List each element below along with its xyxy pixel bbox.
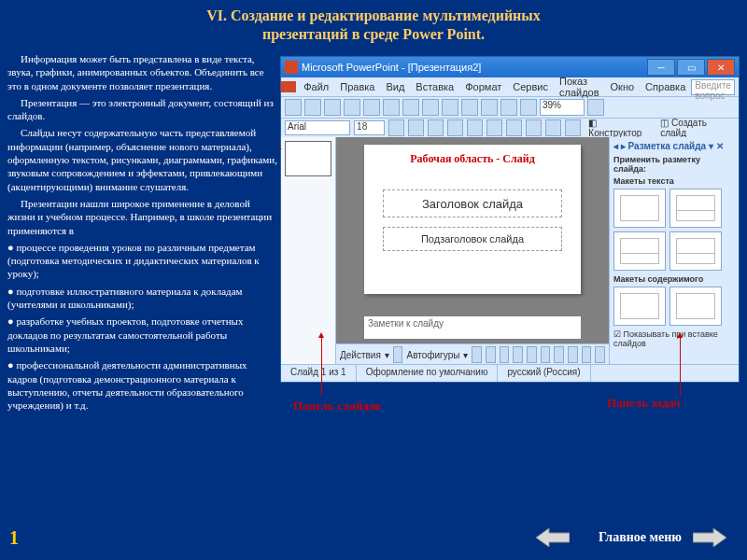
fillcolor-icon[interactable] xyxy=(568,346,578,363)
statusbar: Слайд 1 из 1 Оформление по умолчанию рус… xyxy=(281,364,739,382)
autoshapes-menu[interactable]: Автофигуры xyxy=(406,350,459,360)
undo-icon[interactable] xyxy=(461,99,478,116)
italic-icon[interactable] xyxy=(408,119,424,136)
decrease-font-icon[interactable] xyxy=(565,119,581,136)
subtitle-placeholder[interactable]: Подзаголовок слайда xyxy=(383,227,562,251)
chart-icon[interactable] xyxy=(500,99,517,116)
menu-tools[interactable]: Сервис xyxy=(507,81,554,92)
redo-icon[interactable] xyxy=(481,99,498,116)
align-right-icon[interactable] xyxy=(506,119,522,136)
status-slide-count: Слайд 1 из 1 xyxy=(281,365,357,382)
layout-content-2[interactable] xyxy=(669,287,722,326)
shadow-icon[interactable] xyxy=(447,119,463,136)
menu-slideshow[interactable]: Показ слайдов xyxy=(554,76,605,98)
close-button[interactable]: ✕ xyxy=(707,59,735,76)
app-icon-small xyxy=(281,81,296,92)
oval-icon[interactable] xyxy=(513,346,523,363)
layout-section-content: Макеты содержимого xyxy=(613,274,735,284)
layout-two-col[interactable] xyxy=(669,231,722,271)
status-language: русский (Россия) xyxy=(498,365,590,382)
select-icon[interactable] xyxy=(393,346,403,363)
minimize-button[interactable]: ─ xyxy=(647,59,675,76)
prev-button[interactable] xyxy=(536,528,570,547)
powerpoint-window: Microsoft PowerPoint - [Презентация2] ─ … xyxy=(280,56,740,383)
increase-font-icon[interactable] xyxy=(545,119,561,136)
svg-marker-1 xyxy=(693,528,726,547)
menu-view[interactable]: Вид xyxy=(380,81,410,92)
taskpane-title: ◂ ▸ Разметка слайда ▾ ✕ xyxy=(613,141,735,151)
para: Слайды несут содержательную часть предст… xyxy=(7,126,278,192)
copy-icon[interactable] xyxy=(422,99,439,116)
title-placeholder[interactable]: Заголовок слайда xyxy=(383,189,562,217)
taskpane-apply-label: Применить разметку слайда: xyxy=(613,155,735,174)
font-select[interactable]: Arial xyxy=(285,120,350,135)
layout-blank[interactable] xyxy=(613,189,666,228)
next-button[interactable] xyxy=(693,528,726,547)
underline-icon[interactable] xyxy=(428,119,444,136)
formatting-toolbar: Arial 18 ◧ Конструктор ◫ Создать слайд xyxy=(281,119,739,138)
table-icon[interactable] xyxy=(520,99,537,116)
menu-help[interactable]: Справка xyxy=(640,81,691,92)
new-icon[interactable] xyxy=(285,99,302,116)
textbox-icon[interactable] xyxy=(527,346,537,363)
help-icon[interactable] xyxy=(587,99,604,116)
app-icon xyxy=(285,61,298,74)
spell-icon[interactable] xyxy=(383,99,400,116)
align-center-icon[interactable] xyxy=(486,119,502,136)
layout-title[interactable] xyxy=(669,189,722,228)
main-menu-link[interactable]: Главное меню xyxy=(599,530,682,545)
current-slide[interactable]: Рабочая область - Слайд Заголовок слайда… xyxy=(364,145,581,294)
clipart-icon[interactable] xyxy=(554,346,564,363)
linecolor-icon[interactable] xyxy=(582,346,592,363)
bullet: ● подготовке иллюстративного материала к… xyxy=(7,285,278,312)
svg-marker-0 xyxy=(536,528,570,547)
layout-bullets[interactable] xyxy=(613,231,666,271)
actions-menu[interactable]: Действия xyxy=(340,350,381,360)
help-search-input[interactable]: Введите вопрос xyxy=(691,79,735,95)
line-icon[interactable] xyxy=(472,346,482,363)
preview-icon[interactable] xyxy=(363,99,380,116)
designer-button[interactable]: ◧ Конструктор xyxy=(585,118,653,138)
body-text: Информация может быть представлена в вид… xyxy=(7,52,278,415)
menu-edit[interactable]: Правка xyxy=(334,81,380,92)
standard-toolbar: 39% xyxy=(281,97,739,119)
slide-annotation-label: Рабочая область - Слайд xyxy=(364,152,581,166)
cut-icon[interactable] xyxy=(402,99,419,116)
print-icon[interactable] xyxy=(344,99,360,116)
maximize-button[interactable]: ▭ xyxy=(677,59,705,76)
menu-format[interactable]: Формат xyxy=(459,81,507,92)
status-design: Оформление по умолчанию xyxy=(357,365,499,382)
show-on-insert-checkbox[interactable]: ☑ Показывать при вставке слайдов xyxy=(613,329,735,348)
paste-icon[interactable] xyxy=(442,99,458,116)
para: Презентация — это электронный документ, … xyxy=(7,96,278,123)
page-heading-l2: презентаций в среде Power Point. xyxy=(0,26,747,49)
slide-edit-area: Рабочая область - Слайд Заголовок слайда… xyxy=(336,137,609,365)
rect-icon[interactable] xyxy=(500,346,510,363)
fontsize-select[interactable]: 18 xyxy=(354,120,384,135)
arrow-to-slidepanel xyxy=(321,334,322,396)
open-icon[interactable] xyxy=(304,99,321,116)
work-area: Рабочая область - Слайд Заголовок слайда… xyxy=(281,137,739,365)
align-left-icon[interactable] xyxy=(467,119,483,136)
slide-panel xyxy=(281,137,336,365)
arrow-to-taskpane xyxy=(680,334,681,396)
wordart-icon[interactable] xyxy=(541,346,551,363)
notes-pane[interactable]: Заметки к слайду xyxy=(364,316,581,339)
fontcolor-icon[interactable] xyxy=(595,346,605,363)
menu-file[interactable]: Файл xyxy=(298,81,334,92)
drawing-toolbar: Действия▾ Автофигуры▾ xyxy=(336,343,609,365)
bold-icon[interactable] xyxy=(388,119,404,136)
arrow-icon[interactable] xyxy=(486,346,496,363)
menu-insert[interactable]: Вставка xyxy=(410,81,459,92)
bullets-icon[interactable] xyxy=(526,119,542,136)
slide-thumbnail[interactable] xyxy=(285,141,331,176)
layout-content-1[interactable] xyxy=(613,287,666,326)
save-icon[interactable] xyxy=(324,99,341,116)
page-heading-l1: VI. Создание и редактирование мультимеди… xyxy=(0,0,747,26)
annotation-slidepanel: Панель слайдов xyxy=(293,399,381,413)
window-title: Microsoft PowerPoint - [Презентация2] xyxy=(302,62,481,73)
new-slide-button[interactable]: ◫ Создать слайд xyxy=(656,118,735,138)
menubar: Файл Правка Вид Вставка Формат Сервис По… xyxy=(281,77,739,97)
menu-window[interactable]: Окно xyxy=(605,81,641,92)
zoom-select[interactable]: 39% xyxy=(540,99,585,116)
